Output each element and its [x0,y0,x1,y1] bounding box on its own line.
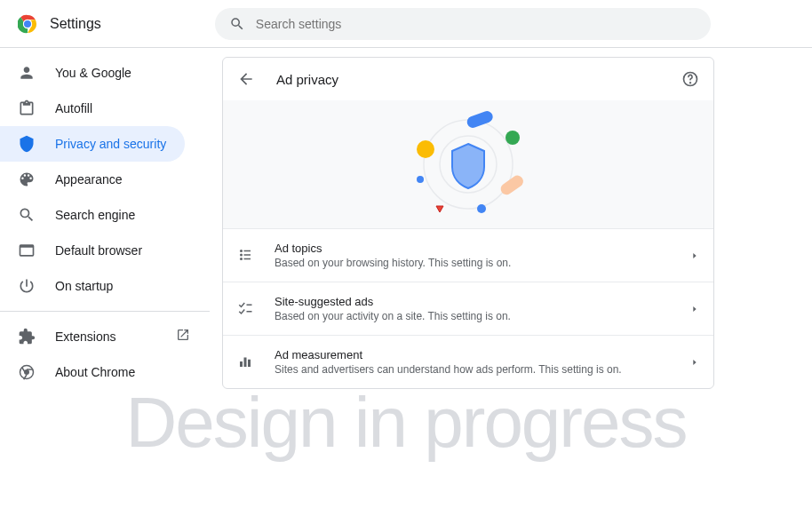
sidebar: You & Google Autofill Privacy and securi… [0,48,210,390]
row-desc: Based on your browsing history. This set… [275,257,690,269]
sidebar-item-search-engine[interactable]: Search engine [0,197,185,233]
sidebar-item-appearance[interactable]: Appearance [0,162,185,197]
sidebar-label: On startup [55,279,113,293]
svg-rect-27 [248,359,251,366]
svg-point-13 [477,204,486,213]
row-title: Ad topics [275,242,690,255]
sidebar-item-privacy[interactable]: Privacy and security [0,126,185,162]
svg-rect-20 [244,254,251,256]
top-bar: Settings [0,0,812,48]
sidebar-label: Extensions [55,329,115,344]
shield-icon [18,135,36,153]
svg-point-21 [240,258,243,260]
topics-icon [237,247,255,265]
svg-marker-14 [436,206,443,212]
search-input[interactable] [256,17,697,31]
svg-rect-26 [244,357,247,367]
sidebar-label: About Chrome [55,365,135,379]
svg-rect-22 [244,258,251,259]
sidebar-label: You & Google [55,66,131,80]
svg-point-2 [24,20,30,27]
chrome-icon [18,363,36,381]
row-text: Ad measurement Sites and advertisers can… [275,348,690,376]
help-icon[interactable] [681,70,699,88]
sidebar-label: Autofill [55,101,92,115]
power-icon [18,277,36,295]
row-site-suggested[interactable]: Site-suggested ads Based on your activit… [223,282,713,335]
sidebar-item-extensions[interactable]: Extensions [0,319,203,354]
clipboard-icon [18,99,36,117]
divider [0,311,210,312]
page-title: Ad privacy [276,72,338,87]
palette-icon [18,171,36,188]
row-ad-measurement[interactable]: Ad measurement Sites and advertisers can… [223,335,713,388]
chrome-logo-icon [18,14,37,34]
sidebar-item-startup[interactable]: On startup [0,268,185,304]
svg-rect-18 [244,250,251,251]
row-title: Ad measurement [275,348,690,361]
app-title: Settings [50,16,101,32]
svg-rect-25 [240,361,243,367]
sidebar-item-autofill[interactable]: Autofill [0,91,185,126]
svg-rect-10 [466,109,495,129]
search-box[interactable] [215,8,711,40]
open-in-new-icon [176,328,190,345]
settings-card: Ad privacy [222,57,714,389]
row-title: Site-suggested ads [275,295,690,308]
back-arrow-icon[interactable] [237,70,255,88]
main-content: Ad privacy [210,48,812,390]
row-text: Site-suggested ads Based on your activit… [275,295,690,322]
row-text: Ad topics Based on your browsing history… [275,242,690,269]
sidebar-label: Search engine [55,208,135,222]
sidebar-label: Default browser [55,243,142,258]
person-icon [18,64,36,82]
sidebar-label: Appearance [55,172,123,187]
sidebar-item-about[interactable]: About Chrome [0,354,185,390]
row-desc: Sites and advertisers can understand how… [275,363,690,376]
svg-point-17 [240,250,243,252]
svg-point-7 [690,83,691,83]
svg-point-16 [417,140,434,158]
chevron-right-icon [690,354,699,370]
hero-illustration [223,100,713,228]
svg-point-19 [240,253,243,256]
checklist-icon [237,300,255,318]
chevron-right-icon [690,301,699,317]
bar-chart-icon [237,353,255,371]
chevron-right-icon [690,248,699,264]
browser-icon [18,242,36,259]
card-header: Ad privacy [223,58,713,100]
search-icon [18,206,36,224]
svg-point-11 [506,131,520,145]
row-desc: Based on your activity on a site. This s… [275,310,690,322]
sidebar-item-you-google[interactable]: You & Google [0,55,185,91]
svg-point-15 [417,176,424,183]
sidebar-label: Privacy and security [55,137,166,151]
sidebar-item-default-browser[interactable]: Default browser [0,233,185,268]
watermark-text: Design in progress [0,382,812,464]
puzzle-icon [18,328,36,345]
row-ad-topics[interactable]: Ad topics Based on your browsing history… [223,228,713,282]
search-icon [229,16,245,32]
